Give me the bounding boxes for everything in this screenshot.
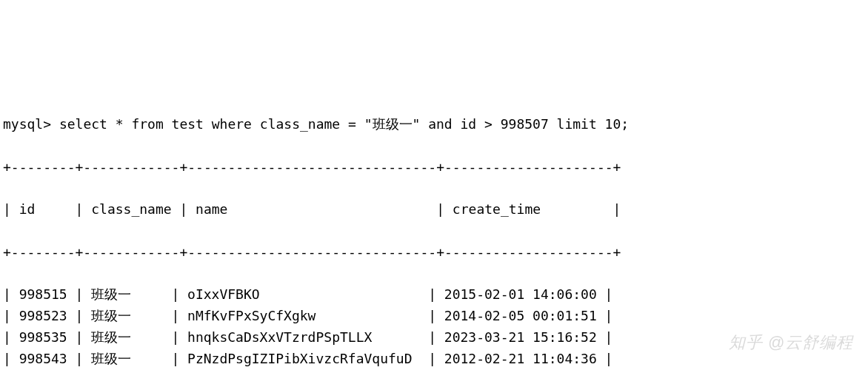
mysql-prompt: mysql> xyxy=(3,116,51,132)
query-line: mysql> select * from test where class_na… xyxy=(3,114,865,135)
mysql-terminal: mysql> select * from test where class_na… xyxy=(3,92,865,370)
table-row: | 998535 | 班级一 | hnqksCaDsXxVTzrdPSpTLLX… xyxy=(3,327,865,349)
sql-query: select * from test where class_name = "班… xyxy=(59,116,629,132)
table-border-top: +--------+------------+-----------------… xyxy=(3,157,865,178)
table-row: | 998523 | 班级一 | nMfKvFPxSyCfXgkw | 2014… xyxy=(3,306,865,327)
table-border-mid: +--------+------------+-----------------… xyxy=(3,242,865,263)
table-row: | 998543 | 班级一 | PzNzdPsgIZIPibXivzcRfaV… xyxy=(3,349,865,370)
table-row: | 998515 | 班级一 | oIxxVFBKO | 2015-02-01 … xyxy=(3,284,865,306)
table-header-row: | id | class_name | name | create_time | xyxy=(3,199,865,221)
